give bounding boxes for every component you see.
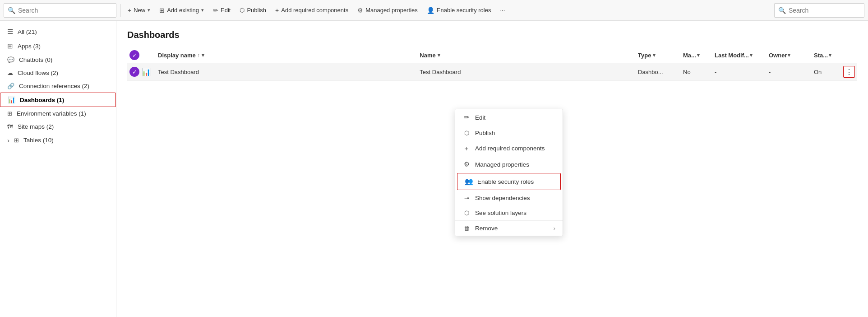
right-search-box[interactable]: 🔍 xyxy=(774,3,864,18)
sidebar-item-site-maps[interactable]: 🗺 Site maps (2) xyxy=(0,120,116,133)
enable-security-label: Enable security roles xyxy=(437,7,491,14)
add-required-label: Add required components xyxy=(281,7,348,14)
context-remove-icon: 🗑 xyxy=(462,225,471,232)
status-col-header[interactable]: Sta... ▾ xyxy=(814,52,841,59)
context-menu-see-solution-layers[interactable]: ⬡ See solution layers xyxy=(455,205,563,220)
apps-icon: ⊞ xyxy=(7,42,13,50)
select-all-check[interactable]: ✓ xyxy=(129,50,139,60)
row-owner: - xyxy=(769,69,814,75)
add-existing-chevron-icon: ▾ xyxy=(201,7,204,13)
left-search-box[interactable]: 🔍 xyxy=(4,3,116,18)
modified-chevron-icon: ▾ xyxy=(750,52,753,58)
publish-button[interactable]: ⬡ Publish xyxy=(236,5,270,15)
managed-chevron-icon: ▾ xyxy=(697,52,700,58)
row-displayname: Test Dashboard xyxy=(158,69,420,75)
context-layers-label: See solution layers xyxy=(475,210,526,216)
row-type-icon: 📊 xyxy=(142,68,158,76)
context-menu-add-required[interactable]: + Add required components xyxy=(455,140,563,156)
publish-label: Publish xyxy=(247,7,266,14)
status-col-label: Sta... xyxy=(814,52,828,59)
sidebar: ☰ All (21) ⊞ Apps (3) 💬 Chatbots (0) ☁ C… xyxy=(0,21,116,317)
context-menu: ✏ Edit ⬡ Publish + Add required componen… xyxy=(455,109,563,236)
left-search-input[interactable] xyxy=(18,7,112,14)
enable-security-button[interactable]: 👤 Enable security roles xyxy=(423,5,495,16)
managed-col-label: Ma... xyxy=(683,52,696,59)
sidebar-item-dashboards[interactable]: 📊 Dashboards (1) xyxy=(0,93,116,107)
row-checkbox[interactable]: ✓ xyxy=(127,67,142,77)
name-chevron-icon: ▾ xyxy=(438,52,440,58)
context-menu-managed-properties[interactable]: ⚙ Managed properties xyxy=(455,156,563,172)
owner-chevron-icon: ▾ xyxy=(788,52,790,58)
right-search-input[interactable] xyxy=(789,7,860,14)
page-title: Dashboards xyxy=(127,30,857,40)
sidebar-item-cloud-flows[interactable]: ☁ Cloud flows (2) xyxy=(0,66,116,79)
context-menu-publish[interactable]: ⬡ Publish xyxy=(455,126,563,140)
new-chevron-icon: ▾ xyxy=(148,7,150,13)
managed-properties-label: Managed properties xyxy=(365,7,418,14)
context-security-label: Enable security roles xyxy=(477,178,534,185)
context-menu-enable-security[interactable]: 👥 Enable security roles xyxy=(457,173,561,190)
row-status: On xyxy=(814,69,841,75)
right-search-icon: 🔍 xyxy=(778,7,786,14)
context-layers-icon: ⬡ xyxy=(462,210,471,216)
new-icon: + xyxy=(128,7,131,14)
context-dependencies-label: Show dependencies xyxy=(475,195,530,201)
sidebar-item-environment-variables-label: Environment variables (1) xyxy=(17,110,109,117)
edit-button[interactable]: ✏ Edit xyxy=(209,5,234,16)
sidebar-item-chatbots-label: Chatbots (0) xyxy=(19,56,109,63)
tables-icon: ⊞ xyxy=(14,137,19,144)
name-col-header[interactable]: Name ▾ xyxy=(420,52,638,59)
managed-col-header[interactable]: Ma... ▾ xyxy=(683,52,715,59)
sidebar-item-connection-references[interactable]: 🔗 Connection references (2) xyxy=(0,79,116,93)
toolbar: 🔍 + New ▾ ⊞ Add existing ▾ ✏ Edit ⬡ Publ… xyxy=(0,0,868,21)
row-kebab-button[interactable]: ⋮ xyxy=(843,66,855,78)
add-required-icon: + xyxy=(275,7,279,14)
environment-variables-icon: ⊞ xyxy=(7,110,12,117)
sidebar-item-apps[interactable]: ⊞ Apps (3) xyxy=(0,39,116,53)
row-actions: ⋮ xyxy=(841,66,857,78)
toolbar-divider xyxy=(120,4,120,17)
context-dependencies-icon: ⊸ xyxy=(462,195,471,201)
select-all-col[interactable]: ✓ xyxy=(127,50,142,60)
security-roles-icon: 👤 xyxy=(427,7,434,14)
add-existing-label: Add existing xyxy=(167,7,199,14)
modified-col-header[interactable]: Last Modif... ▾ xyxy=(715,52,769,59)
modified-col-label: Last Modif... xyxy=(715,52,749,59)
displayname-chevron-icon: ▾ xyxy=(202,52,204,58)
sidebar-item-environment-variables[interactable]: ⊞ Environment variables (1) xyxy=(0,107,116,120)
context-edit-icon: ✏ xyxy=(462,113,471,121)
row-managed: No xyxy=(683,69,715,75)
sidebar-item-tables[interactable]: › ⊞ Tables (10) xyxy=(0,133,116,147)
context-menu-remove[interactable]: 🗑 Remove › xyxy=(455,221,563,236)
site-maps-icon: 🗺 xyxy=(7,123,13,130)
add-required-button[interactable]: + Add required components xyxy=(272,5,352,16)
context-managed-icon: ⚙ xyxy=(462,160,471,168)
more-button[interactable]: ··· xyxy=(496,5,508,15)
context-publish-label: Publish xyxy=(475,130,495,136)
add-existing-button[interactable]: ⊞ Add existing ▾ xyxy=(156,5,208,16)
table-header: ✓ Display name ↑ ▾ Name ▾ Type ▾ Ma... ▾… xyxy=(127,47,857,63)
managed-properties-button[interactable]: ⚙ Managed properties xyxy=(354,5,421,16)
sidebar-item-dashboards-label: Dashboards (1) xyxy=(20,97,108,103)
row-name: Test Dashboard xyxy=(420,69,638,75)
connection-references-icon: 🔗 xyxy=(7,83,14,89)
row-type: Dashbo... xyxy=(638,69,683,75)
content-area: Dashboards ✓ Display name ↑ ▾ Name ▾ Typ… xyxy=(116,21,868,317)
new-button[interactable]: + New ▾ xyxy=(124,5,154,16)
displayname-col-header[interactable]: Display name ↑ ▾ xyxy=(158,52,420,59)
context-publish-icon: ⬡ xyxy=(462,130,471,136)
new-label: New xyxy=(134,7,145,14)
owner-col-header[interactable]: Owner ▾ xyxy=(769,52,814,59)
sidebar-item-all[interactable]: ☰ All (21) xyxy=(0,24,116,39)
cloud-flows-icon: ☁ xyxy=(7,70,13,76)
more-icon: ··· xyxy=(500,7,505,14)
context-menu-show-dependencies[interactable]: ⊸ Show dependencies xyxy=(455,191,563,205)
type-col-header[interactable]: Type ▾ xyxy=(638,52,683,59)
owner-col-label: Owner xyxy=(769,52,787,59)
displayname-col-label: Display name xyxy=(158,52,196,59)
context-menu-edit[interactable]: ✏ Edit xyxy=(455,109,563,126)
type-chevron-icon: ▾ xyxy=(653,52,656,58)
sidebar-item-chatbots[interactable]: 💬 Chatbots (0) xyxy=(0,53,116,66)
sidebar-item-tables-label: Tables (10) xyxy=(23,137,109,144)
chatbots-icon: 💬 xyxy=(7,56,14,63)
